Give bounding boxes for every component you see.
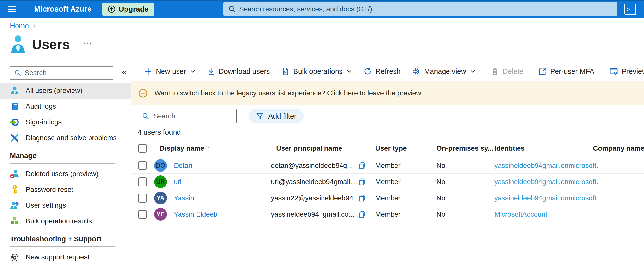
chevron-down-icon (190, 68, 196, 74)
sidebar-search-input[interactable] (25, 69, 109, 77)
on-premises-cell: No (435, 210, 493, 218)
user-type-cell: Member (374, 178, 435, 186)
sign-in-icon (10, 117, 19, 127)
new-user-button[interactable]: New user (138, 64, 202, 79)
row-checkbox[interactable] (138, 194, 147, 203)
bulk-operations-icon (281, 67, 290, 76)
person-icon (10, 86, 19, 95)
sidebar-item-sign-in-logs[interactable]: Sign-in logs (0, 114, 131, 130)
sidebar-item-label: User settings (26, 202, 66, 209)
external-link-icon (539, 67, 546, 75)
display-name-link[interactable]: Yassin Eldeeb (174, 210, 218, 218)
column-user-type: User type (374, 144, 435, 152)
sidebar-item-label: New support request (26, 253, 89, 261)
tools-icon (10, 133, 19, 143)
plus-icon (144, 67, 152, 75)
on-premises-cell: No (435, 178, 493, 186)
result-count: 4 users found (138, 128, 644, 136)
collapse-sidebar-icon[interactable]: « (122, 67, 127, 77)
hamburger-menu-button[interactable] (8, 4, 19, 14)
sidebar-section-manage: Manage (10, 150, 131, 162)
divider (10, 163, 116, 164)
trash-icon (491, 67, 499, 75)
on-premises-cell: No (435, 194, 493, 202)
sidebar-item-audit-logs[interactable]: Audit logs (0, 99, 131, 114)
upn-cell: dotan@yassineldeeb94g... (270, 162, 359, 170)
upgrade-label: Upgrade (118, 5, 149, 13)
upgrade-arrow-icon (108, 5, 116, 13)
user-type-cell: Member (374, 194, 435, 202)
column-company-name: Company name (592, 144, 644, 152)
identities-link[interactable]: yassineldeeb94gmail.onmicrosoft. (494, 178, 598, 186)
user-type-cell: Member (374, 162, 435, 170)
identities-link[interactable]: yassineldeeb94gmail.onmicrosoft. (494, 162, 598, 169)
cloud-shell-icon[interactable]: >_ (624, 4, 636, 14)
select-all-checkbox[interactable] (138, 144, 147, 153)
column-display-name[interactable]: Display name ↑ (154, 144, 270, 152)
table-header-row: Display name ↑ User principal name User … (131, 140, 644, 157)
avatar: YE (154, 208, 167, 221)
sidebar-item-bulk-results[interactable]: Bulk operation results (0, 213, 131, 229)
copy-icon[interactable] (359, 211, 366, 218)
divider (10, 246, 116, 247)
gear-icon (412, 67, 420, 76)
sort-ascending-icon: ↑ (207, 145, 210, 152)
azure-portal: Microsoft Azure Upgrade >_ Home › Users (0, 0, 644, 271)
identities-link[interactable]: yassineldeeb94gmail.onmicrosoft. (494, 194, 598, 202)
global-search-input[interactable] (239, 5, 617, 13)
copy-icon[interactable] (359, 178, 366, 186)
breadcrumb: Home › (10, 22, 36, 30)
banner-message[interactable]: Want to switch back to the legacy users … (154, 89, 422, 97)
sidebar-item-diagnose[interactable]: Diagnose and solve problems (0, 130, 131, 146)
table-row: DO Dotan dotan@yassineldeeb94g... Member… (131, 157, 644, 174)
sidebar-item-all-users[interactable]: All users (preview) (0, 83, 131, 99)
per-user-mfa-button[interactable]: Per-user MFA (533, 64, 600, 79)
sidebar-section-troubleshooting: Troubleshooting + Support (10, 233, 131, 245)
minus-circle-icon (138, 88, 148, 98)
download-users-button[interactable]: Download users (202, 64, 276, 79)
sidebar-item-label: Sign-in logs (26, 118, 62, 126)
sidebar-item-label: Bulk operation results (26, 217, 92, 225)
preview-features-button[interactable]: Preview features (604, 64, 644, 79)
column-on-premises: On-premises sy... (435, 144, 493, 152)
upn-cell: yassin22@yassineldeeb94... (270, 194, 359, 202)
avatar: UR (154, 175, 167, 188)
row-checkbox[interactable] (138, 210, 147, 219)
sidebar-item-password-reset[interactable]: Password reset (0, 182, 131, 198)
display-name-link[interactable]: uri (174, 178, 182, 186)
table-search-input[interactable] (153, 112, 232, 120)
breadcrumb-home-link[interactable]: Home (10, 22, 29, 30)
table-search (138, 109, 237, 123)
refresh-icon (364, 67, 372, 76)
identities-link[interactable]: MicrosoftAccount (494, 210, 547, 218)
copy-icon[interactable] (359, 162, 366, 169)
key-icon (10, 185, 19, 194)
manage-view-button[interactable]: Manage view (406, 64, 482, 79)
search-icon (14, 69, 21, 76)
add-filter-button[interactable]: Add filter (248, 109, 304, 123)
chevron-down-icon (470, 68, 476, 74)
page-overflow-button[interactable]: … (83, 35, 93, 46)
refresh-button[interactable]: Refresh (358, 64, 406, 79)
bulk-operations-button[interactable]: Bulk operations (276, 64, 358, 79)
upn-cell: yassineldeeb94_gmail.co... (270, 210, 359, 218)
row-checkbox[interactable] (138, 161, 147, 170)
display-name-link[interactable]: Dotan (174, 162, 192, 170)
sidebar-item-user-settings[interactable]: User settings (0, 198, 131, 213)
copy-icon[interactable] (359, 194, 366, 202)
sidebar-item-deleted-users[interactable]: Deleted users (preview) (0, 166, 131, 182)
display-name-link[interactable]: Yassin (174, 194, 194, 202)
preview-banner: Want to switch back to the legacy users … (131, 81, 644, 105)
search-icon (228, 5, 236, 13)
person-gear-icon (10, 201, 19, 210)
preview-features-icon (610, 67, 618, 76)
delete-button[interactable]: Delete (486, 64, 529, 79)
upgrade-button[interactable]: Upgrade (102, 3, 154, 15)
row-checkbox[interactable] (138, 177, 147, 186)
sidebar-item-new-support-request[interactable]: New support request (0, 249, 131, 265)
sidebar-item-label: Diagnose and solve problems (26, 134, 116, 142)
table-row: YE Yassin Eldeeb yassineldeeb94_gmail.co… (131, 206, 644, 223)
chevron-right-icon: › (33, 21, 36, 29)
deleted-person-icon (10, 169, 19, 179)
page-title: Users (32, 36, 70, 52)
